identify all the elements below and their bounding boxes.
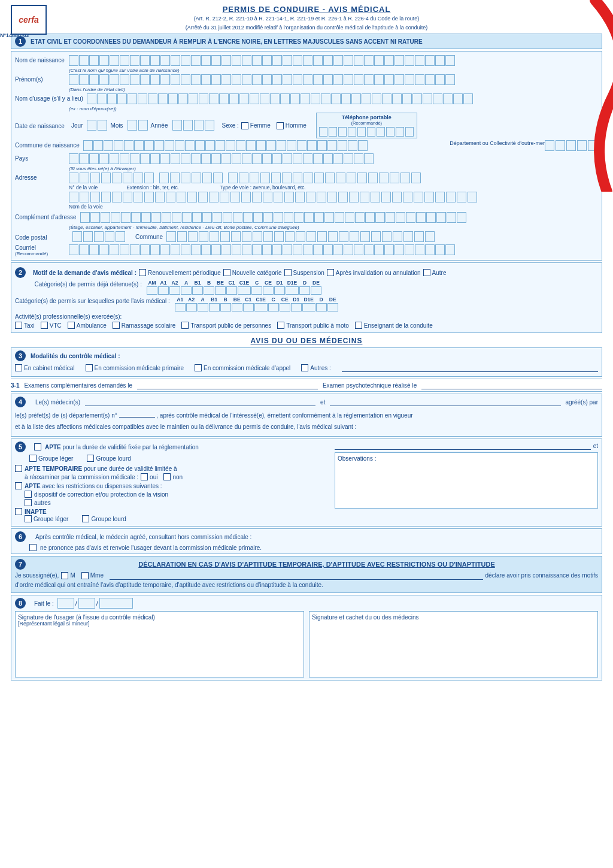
mail-box-35[interactable] <box>425 244 435 255</box>
prenom-box-31[interactable] <box>384 74 394 85</box>
prenom-box-14[interactable] <box>211 74 221 85</box>
nomv-box-24[interactable] <box>327 192 337 202</box>
adr1-box-5[interactable] <box>123 173 132 183</box>
nomuse-box-4[interactable] <box>128 93 137 104</box>
prenom-box-8[interactable] <box>150 74 160 85</box>
act-transport-moto[interactable]: Transport public à moto <box>277 322 349 329</box>
motif-nouvelle-cat-box[interactable] <box>223 269 230 276</box>
mail-box-12[interactable] <box>191 244 201 255</box>
act-enseignant-box[interactable] <box>355 322 362 329</box>
cat-avis-box-4[interactable] <box>220 303 231 311</box>
adr1-box-1[interactable] <box>80 173 89 183</box>
annee-box-3[interactable] <box>205 120 214 131</box>
comp-box-14[interactable] <box>223 212 232 223</box>
motif-autre[interactable]: Autre <box>423 269 447 276</box>
tel-box-1[interactable] <box>329 127 337 137</box>
pays-box-5[interactable] <box>120 153 129 164</box>
comp-box-24[interactable] <box>324 212 334 223</box>
mail-box-25[interactable] <box>323 244 333 255</box>
commune-box-27[interactable] <box>358 140 368 151</box>
mois-box-0[interactable] <box>128 120 137 131</box>
comp-box-11[interactable] <box>192 212 202 223</box>
nomv-box-36[interactable] <box>457 192 466 202</box>
cat-deja-box-6[interactable] <box>215 286 226 295</box>
nomv-box-31[interactable] <box>403 192 412 202</box>
prenom-box-35[interactable] <box>425 74 435 85</box>
oui-checkbox[interactable]: oui <box>141 473 157 480</box>
comp-box-0[interactable] <box>80 212 90 223</box>
comp-box-13[interactable] <box>213 212 222 223</box>
comp-box-26[interactable] <box>345 212 354 223</box>
nomuse-box-1[interactable] <box>97 93 107 104</box>
cat-avis-box-6[interactable] <box>243 303 254 311</box>
type-box-4[interactable] <box>271 173 281 183</box>
cp-box-4[interactable] <box>116 231 125 242</box>
pays-box-22[interactable] <box>293 153 302 164</box>
adr1-box-4[interactable] <box>112 173 122 183</box>
com2-box-4[interactable] <box>210 231 219 242</box>
type-box-6[interactable] <box>293 173 302 183</box>
commune-box-1[interactable] <box>93 140 103 151</box>
nomuse-box-34[interactable] <box>433 93 442 104</box>
nom-box-0[interactable] <box>69 55 78 66</box>
pays-box-17[interactable] <box>242 153 251 164</box>
nomv-box-35[interactable] <box>446 192 456 202</box>
nom-box-20[interactable] <box>272 55 282 66</box>
prenom-box-2[interactable] <box>89 74 99 85</box>
nomuse-box-5[interactable] <box>138 93 147 104</box>
com2-box-12[interactable] <box>296 231 305 242</box>
pays-box-12[interactable] <box>191 153 201 164</box>
commune-box-9[interactable] <box>175 140 184 151</box>
nom-box-11[interactable] <box>181 55 190 66</box>
nom-box-4[interactable] <box>110 55 119 66</box>
prenom-box-11[interactable] <box>181 74 190 85</box>
cat-deja-box-12[interactable] <box>286 286 299 295</box>
nomuse-box-26[interactable] <box>351 93 361 104</box>
comp-box-33[interactable] <box>416 212 426 223</box>
pays-box-24[interactable] <box>313 153 323 164</box>
nomv-box-5[interactable] <box>123 192 132 202</box>
type-box-8[interactable] <box>314 173 324 183</box>
prenom-box-25[interactable] <box>323 74 333 85</box>
pays-box-26[interactable] <box>333 153 343 164</box>
comp-box-17[interactable] <box>253 212 263 223</box>
nom-box-32[interactable] <box>394 55 404 66</box>
nom-box-37[interactable] <box>445 55 455 66</box>
nomv-box-16[interactable] <box>241 192 251 202</box>
nom-box-27[interactable] <box>344 55 353 66</box>
nomv-box-28[interactable] <box>371 192 380 202</box>
comp-box-23[interactable] <box>314 212 324 223</box>
nomuse-box-9[interactable] <box>178 93 188 104</box>
act-ambulance-box[interactable] <box>68 322 75 329</box>
mail-box-34[interactable] <box>415 244 424 255</box>
nomuse-box-3[interactable] <box>117 93 127 104</box>
nomuse-box-2[interactable] <box>107 93 117 104</box>
annee-box-0[interactable] <box>172 120 182 131</box>
nom-box-10[interactable] <box>171 55 180 66</box>
nomuse-box-35[interactable] <box>443 93 453 104</box>
mail-box-9[interactable] <box>160 244 170 255</box>
prenom-box-9[interactable] <box>160 74 170 85</box>
nomuse-box-31[interactable] <box>402 93 412 104</box>
pays-box-27[interactable] <box>344 153 353 164</box>
nomv-box-13[interactable] <box>209 192 219 202</box>
nom-box-29[interactable] <box>364 55 374 66</box>
prenom-box-12[interactable] <box>191 74 201 85</box>
comp-box-30[interactable] <box>386 212 395 223</box>
prenom-box-29[interactable] <box>364 74 374 85</box>
comp-box-2[interactable] <box>101 212 110 223</box>
nomuse-box-33[interactable] <box>423 93 432 104</box>
commune-box-0[interactable] <box>83 140 93 151</box>
mail-box-24[interactable] <box>313 244 323 255</box>
observations-content[interactable] <box>338 464 595 506</box>
cat-avis-box-8[interactable] <box>268 303 279 311</box>
prenom-box-22[interactable] <box>293 74 302 85</box>
tel-box-0[interactable] <box>319 127 327 137</box>
com2-box-22[interactable] <box>403 231 413 242</box>
comp-box-6[interactable] <box>141 212 151 223</box>
nomuse-box-13[interactable] <box>219 93 229 104</box>
commune-box-4[interactable] <box>124 140 133 151</box>
nom-box-6[interactable] <box>130 55 139 66</box>
dept-box-3[interactable] <box>577 140 587 151</box>
mail-box-7[interactable] <box>140 244 150 255</box>
